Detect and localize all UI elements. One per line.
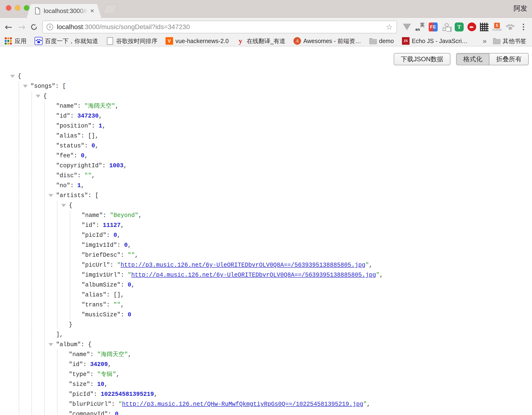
profile-name[interactable]: 阿发 [513, 4, 527, 13]
vue-devtools-icon[interactable] [402, 22, 412, 32]
format-button[interactable]: 格式化 [456, 53, 489, 65]
indent-guide [70, 260, 70, 270]
json-line: "briefDesc": "", [0, 250, 532, 260]
indent-guide [19, 260, 19, 270]
reload-button[interactable] [30, 23, 38, 31]
indent-guide [19, 81, 19, 91]
json-punctuation: , [135, 252, 138, 259]
bookmark-item[interactable]: demo [369, 37, 394, 45]
toolbar: ← → i localhost:3000/music/songDetail?id… [0, 18, 532, 36]
json-tree: {"songs": [{"name": "海阔天空","id": 347230,… [0, 71, 532, 415]
collapse-toggle-icon[interactable] [61, 204, 66, 207]
indent-guide [44, 131, 45, 141]
indent-guide [31, 181, 32, 191]
back-button[interactable]: ← [5, 22, 12, 31]
json-string-value: "" [128, 252, 135, 259]
tampermonkey-icon[interactable]: T [455, 22, 464, 31]
other-bookmarks-button[interactable]: 其他书签 [493, 37, 526, 45]
bookmark-item[interactable]: 百度一下，你就知道 [35, 37, 98, 45]
traffic-lights [6, 5, 29, 11]
bookmark-item[interactable]: y在线翻译_有道 [237, 37, 285, 45]
indent-guide [44, 280, 45, 290]
video-speed-icon[interactable]: ▶▶ [467, 22, 476, 31]
indent-guide [31, 320, 32, 330]
translate-icon[interactable]: 英en [415, 22, 425, 32]
json-punctuation: : [106, 232, 114, 239]
qr-code-icon[interactable] [480, 23, 488, 31]
indent-guide [44, 250, 45, 260]
url-text[interactable]: localhost:3000/music/songDetail?ids=3472… [57, 23, 383, 31]
forward-button[interactable]: → [18, 22, 26, 31]
indent-guide [31, 399, 32, 409]
indent-guide [44, 260, 45, 270]
html5-player-icon[interactable]: 5PLAYER [492, 22, 502, 32]
indent-guide [44, 101, 45, 111]
json-number-value: 0 [128, 281, 131, 289]
indent-guide [19, 240, 19, 250]
new-tab-button[interactable] [103, 5, 117, 14]
collapse-toggle-icon[interactable] [10, 75, 15, 78]
json-number-value: 347230 [77, 113, 99, 119]
bookmark-item[interactable]: Vvue-hackernews-2.0 [165, 37, 229, 45]
indent-guide [19, 310, 19, 320]
json-number-value: 10 [97, 381, 104, 388]
url-link[interactable]: http://p3.music.126.net/6y-UleORITEDbvrO… [121, 262, 365, 269]
page-actions: 下载JSON数据 格式化 折叠所有 [394, 53, 529, 65]
url-link[interactable]: http://p4.music.126.net/6y-UleORITEDbvrO… [131, 272, 376, 279]
json-punctuation: : [70, 113, 77, 119]
collapse-toggle-icon[interactable] [36, 95, 40, 98]
bookmark-item[interactable]: 谷歌按时间排序 [106, 37, 157, 45]
indent-guide [31, 290, 32, 300]
bookmark-item[interactable]: 应用 [5, 37, 27, 45]
fe-icon[interactable]: FE [429, 22, 438, 31]
collapse-toggle-icon[interactable] [23, 85, 28, 88]
string-quote: " [376, 272, 380, 279]
paw-icon[interactable] [505, 22, 515, 32]
browser-menu-icon[interactable] [519, 22, 528, 32]
bookmark-star-icon[interactable]: ☆ [386, 22, 393, 31]
json-line: "disc": "", [0, 171, 532, 181]
active-tab[interactable]: localhost:3000/music/songDet × [27, 4, 101, 18]
indent-guide [57, 211, 57, 221]
json-line: "songs": [ [0, 81, 532, 91]
url-link[interactable]: http://p3.music.126.net/QHw-RuMwfQkmgtiy… [122, 401, 363, 408]
indent-guide [19, 370, 19, 379]
bookmark-item[interactable]: JSEcho JS - JavaScri… [402, 37, 468, 45]
json-string-value: "" [85, 172, 92, 179]
collapse-toggle-icon[interactable] [48, 343, 53, 346]
page-icon [106, 37, 114, 45]
tab-close-icon[interactable]: × [90, 8, 94, 14]
collapse-all-button[interactable]: 折叠所有 [489, 53, 529, 65]
json-punctuation: : [85, 142, 92, 149]
indent-guide [44, 290, 45, 300]
json-line: "name": "海阔天空", [0, 350, 532, 360]
bookmarks-overflow-chevron[interactable]: » [483, 37, 487, 45]
indent-guide [19, 211, 19, 221]
bookmark-label: demo [379, 38, 394, 45]
indent-guide [19, 350, 19, 360]
minimize-window-button[interactable] [15, 5, 20, 11]
indent-guide [44, 181, 45, 191]
json-punctuation: , [128, 242, 131, 249]
url-bar[interactable]: i localhost:3000/music/songDetail?ids=34… [42, 20, 397, 33]
indent-guide [31, 409, 32, 415]
indent-guide [19, 389, 19, 399]
bookmark-item[interactable]: AAwesomes - 前端资… [294, 37, 361, 45]
icon-glyph: 5 [494, 23, 500, 29]
json-punctuation: , [369, 262, 372, 269]
download-json-button[interactable]: 下载JSON数据 [394, 53, 450, 65]
maximize-window-button[interactable] [24, 5, 29, 11]
indent-guide [31, 211, 32, 221]
folder-icon [369, 37, 377, 45]
json-line: "name": "海阔天空", [0, 101, 532, 111]
sitemap-icon[interactable] [441, 22, 451, 32]
collapse-toggle-icon[interactable] [48, 194, 53, 197]
indent-guide [57, 379, 57, 389]
json-line: "alias": [], [0, 290, 532, 300]
baidu-paw-icon [35, 37, 43, 45]
json-punctuation: , [118, 411, 122, 415]
indent-guide [19, 330, 19, 340]
info-icon[interactable]: i [47, 24, 53, 30]
close-window-button[interactable] [6, 5, 11, 11]
json-punctuation: : [102, 162, 109, 169]
